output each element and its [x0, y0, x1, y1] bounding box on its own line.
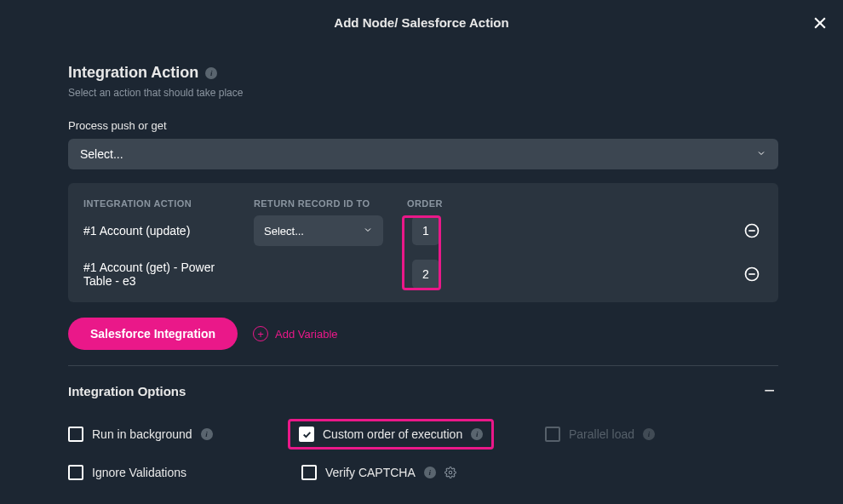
- process-label: Process push or get: [68, 119, 778, 132]
- section-subtitle: Select an action that should take place: [68, 87, 778, 99]
- table-row: #1 Account (update) Select... 1: [83, 209, 763, 253]
- close-icon[interactable]: [809, 12, 831, 34]
- info-icon[interactable]: i: [205, 67, 217, 79]
- modal-title: Add Node/ Salesforce Action: [334, 15, 508, 30]
- option-run-background[interactable]: Run in background i: [68, 419, 290, 450]
- collapse-icon[interactable]: −: [760, 380, 778, 402]
- col-action: INTEGRATION ACTION: [83, 198, 254, 209]
- row-name: #1 Account (update): [83, 224, 254, 238]
- salesforce-integration-button[interactable]: Salesforce Integration: [68, 318, 238, 350]
- info-icon[interactable]: i: [424, 467, 436, 478]
- svg-point-6: [449, 471, 452, 474]
- gear-icon[interactable]: [444, 467, 456, 478]
- divider: [68, 365, 778, 366]
- process-select-placeholder: Select...: [80, 147, 123, 161]
- col-order: ORDER: [407, 198, 455, 209]
- section-title: Integration Action: [68, 64, 198, 82]
- remove-row-icon[interactable]: [743, 221, 761, 240]
- plus-icon: +: [253, 326, 268, 341]
- chevron-down-icon: [363, 225, 373, 238]
- option-ignore-validations[interactable]: Ignore Validations: [68, 465, 290, 480]
- checkbox[interactable]: [68, 465, 83, 480]
- integration-table: INTEGRATION ACTION RETURN RECORD ID TO O…: [68, 183, 778, 302]
- add-variable-button[interactable]: + Add Variable: [253, 326, 337, 341]
- col-return: RETURN RECORD ID TO: [254, 198, 407, 209]
- chevron-down-icon: [756, 147, 766, 161]
- checkbox[interactable]: [299, 427, 314, 442]
- info-icon: i: [643, 428, 655, 440]
- info-icon[interactable]: i: [201, 428, 213, 440]
- checkbox: [545, 427, 560, 442]
- options-title: Integration Options: [68, 384, 186, 398]
- option-custom-order[interactable]: Custom order of execution i: [288, 419, 494, 450]
- checkbox[interactable]: [301, 465, 317, 480]
- option-parallel-load: Parallel load i: [545, 419, 778, 450]
- option-verify-captcha[interactable]: Verify CAPTCHA i: [301, 465, 528, 480]
- order-input[interactable]: 1: [412, 216, 439, 245]
- row-name: #1 Account (get) - Power Table - e3: [83, 261, 254, 288]
- info-icon[interactable]: i: [471, 428, 483, 440]
- return-select[interactable]: Select...: [254, 215, 383, 246]
- table-row: #1 Account (get) - Power Table - e3 2: [83, 253, 763, 295]
- process-select[interactable]: Select...: [68, 139, 778, 169]
- remove-row-icon[interactable]: [743, 265, 761, 284]
- checkbox[interactable]: [68, 427, 83, 442]
- order-input[interactable]: 2: [412, 260, 439, 289]
